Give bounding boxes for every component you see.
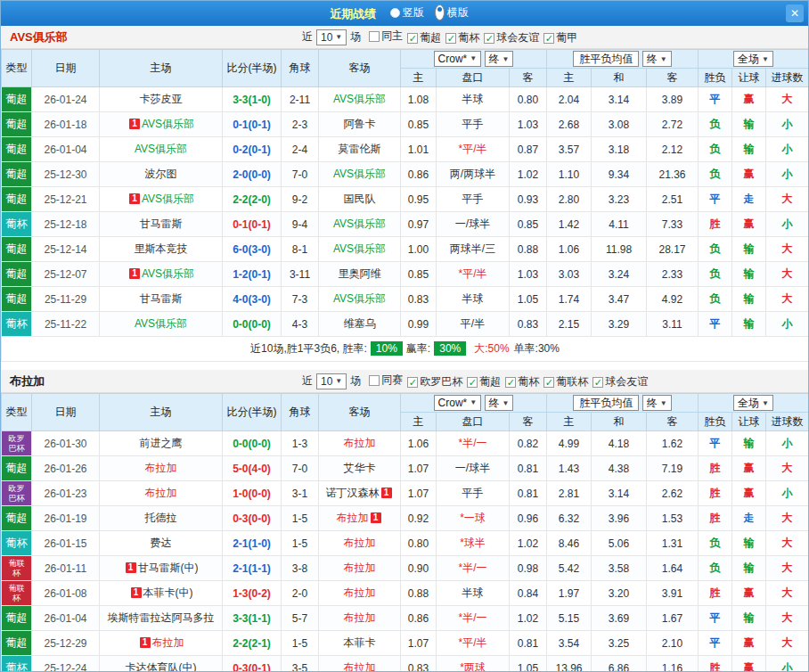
col-header-score: 比分(半场) — [223, 394, 282, 431]
avg-home: 5.15 — [547, 606, 592, 631]
filter-checkbox[interactable]: 同主 — [369, 29, 403, 44]
home-odds: 1.07 — [401, 481, 437, 506]
bookmaker-select[interactable]: Crow*▼ — [434, 395, 482, 411]
match-date: 25-12-24 — [32, 656, 100, 672]
final-odds-select[interactable]: 终▼ — [485, 51, 514, 67]
filter-checkbox[interactable]: 同赛 — [369, 373, 403, 388]
avg-final-select[interactable]: 终▼ — [642, 51, 672, 67]
match-date: 26-01-08 — [32, 581, 100, 606]
avg-home: 1.97 — [547, 581, 592, 606]
checkbox-label: 葡甲 — [556, 30, 577, 45]
corner-score: 7-0 — [282, 162, 319, 187]
home-team: 费达 — [151, 537, 172, 549]
league-type-badge: 葡杯 — [2, 312, 32, 337]
checkbox-checked-icon: ✓ — [543, 377, 554, 388]
sub-header-letgoal: 让球 — [732, 69, 766, 87]
avg-final-select[interactable]: 终▼ — [642, 395, 672, 411]
corner-score: 1-5 — [282, 531, 319, 556]
handicap-result-cell: 赢 — [732, 631, 766, 656]
avg-group-header: 胜平负均值 终▼ — [547, 394, 699, 413]
handicap-result-cell: 输 — [732, 606, 766, 631]
match-score: 0-1(0-1) — [223, 112, 282, 137]
league-type-badge: 葡超 — [2, 631, 32, 656]
match-row: 葡超26-01-19托德拉0-3(0-0)1-5布拉加10.92*一球0.966… — [2, 506, 809, 531]
bookmaker-select[interactable]: Crow*▼ — [434, 51, 482, 67]
fullmatch-select[interactable]: 全场▼ — [733, 395, 773, 411]
away-odds: 0.85 — [510, 212, 547, 237]
home-team: 埃斯特雷拉达阿马多拉 — [108, 611, 215, 624]
avg-away: 7.19 — [647, 456, 699, 481]
sub-header-avg-away: 客 — [647, 69, 699, 87]
chevron-down-icon: ▼ — [335, 377, 342, 385]
avg-draw: 3.23 — [592, 187, 647, 212]
goals-cell: 大 — [766, 556, 809, 581]
filter-checkbox[interactable]: ✓欧罗巴杯 — [407, 374, 462, 389]
away-team: AVS俱乐部 — [333, 292, 386, 305]
match-score: 6-0(3-0) — [223, 237, 282, 262]
handicap-result-cell: 赢 — [732, 581, 766, 606]
match-score: 1-3(0-2) — [223, 581, 282, 606]
match-count-select[interactable]: 10▼ — [316, 29, 347, 45]
chevron-down-icon: ▼ — [335, 33, 342, 41]
final-value: 终 — [647, 52, 658, 67]
handicap: 平手 — [437, 187, 510, 212]
fullmatch-select[interactable]: 全场▼ — [733, 51, 773, 67]
away-odds: 0.81 — [510, 456, 547, 481]
avg-draw: 3.08 — [592, 112, 647, 137]
filter-checkbox[interactable]: ✓葡联杯 — [543, 374, 588, 389]
match-row: 葡超26-01-26布拉加5-0(4-0)7-0艾华卡1.07一/球半0.811… — [2, 456, 809, 481]
league-type-badge: 葡联杯 — [2, 581, 32, 606]
match-row: 欧罗巴杯26-01-23布拉加1-0(0-0)3-1诺丁汉森林11.07平手0.… — [2, 481, 809, 506]
close-button[interactable]: ✕ — [786, 4, 804, 22]
handicap-result-cell: 赢 — [732, 212, 766, 237]
avg-odds-label[interactable]: 胜平负均值 — [573, 51, 639, 67]
avg-odds-label[interactable]: 胜平负均值 — [573, 395, 639, 411]
filter-checkbox[interactable]: ✓球会友谊 — [592, 374, 648, 389]
league-type-badge: 葡超 — [2, 187, 32, 212]
league-type-badge: 葡超 — [2, 606, 32, 631]
match-row: 葡超25-12-30波尔图2-0(0-0)7-0AVS俱乐部0.86两/两球半1… — [2, 162, 809, 187]
match-score: 0-0(0-0) — [223, 312, 282, 337]
goals-cell: 大 — [766, 531, 809, 556]
match-row: 葡联杯26-01-081本菲卡(中)1-3(0-2)2-0布拉加0.88半球0.… — [2, 581, 809, 606]
sub-header-avg-draw: 和 — [592, 413, 647, 431]
home-team: 布拉加 — [145, 462, 177, 474]
avg-away: 3.11 — [647, 312, 699, 337]
match-row: 葡超25-12-071AVS俱乐部1-2(0-1)3-11里奥阿维0.85*平/… — [2, 262, 809, 287]
handicap: *一球 — [437, 506, 510, 531]
filter-checkbox[interactable]: ✓葡杯 — [445, 30, 479, 45]
red-card-badge: 1 — [381, 488, 392, 498]
bookmaker-value: Crow* — [438, 397, 468, 409]
result-group-header: 全场▼ — [699, 394, 809, 413]
layout-radio-selected[interactable]: 横版 — [435, 4, 469, 20]
sub-header-avg-home: 主 — [547, 413, 592, 431]
match-count-select[interactable]: 10▼ — [316, 373, 347, 389]
titlebar-center: 近期战绩 竖版横版 — [330, 4, 478, 22]
match-date: 26-01-04 — [32, 137, 100, 162]
corner-score: 3-5 — [282, 656, 319, 672]
filter-checkbox[interactable]: ✓葡超 — [467, 374, 501, 389]
sub-header-avg-home: 主 — [547, 69, 592, 87]
result-cell: 负 — [699, 112, 732, 137]
home-odds: 0.85 — [401, 262, 437, 287]
match-date: 25-12-21 — [32, 187, 100, 212]
home-team: 本菲卡(中) — [143, 586, 193, 599]
layout-radio-option[interactable]: 竖版 — [390, 5, 424, 20]
home-team: AVS俱乐部 — [142, 118, 194, 130]
section-filters: 近 10▼ 场 同赛✓欧罗巴杯✓葡超✓葡杯✓葡联杯✓球会友谊 — [302, 373, 648, 389]
filter-checkbox[interactable]: ✓葡杯 — [505, 374, 539, 389]
avg-home: 3.54 — [547, 631, 592, 656]
handicap-result-cell: 赢 — [732, 656, 766, 672]
avg-away: 21.36 — [647, 162, 699, 187]
final-odds-select[interactable]: 终▼ — [485, 395, 514, 411]
handicap-result-cell: 输 — [732, 112, 766, 137]
handicap: 半球 — [437, 287, 510, 312]
result-group-header: 全场▼ — [699, 50, 809, 69]
handicap-result-cell: 赢 — [732, 162, 766, 187]
final-value: 终 — [489, 52, 500, 67]
filter-checkbox[interactable]: ✓葡甲 — [543, 30, 577, 45]
filter-checkbox[interactable]: ✓球会友谊 — [484, 30, 539, 45]
filter-checkbox[interactable]: ✓葡超 — [407, 30, 441, 45]
avg-draw: 4.18 — [592, 431, 647, 456]
match-score: 0-3(0-0) — [223, 506, 282, 531]
